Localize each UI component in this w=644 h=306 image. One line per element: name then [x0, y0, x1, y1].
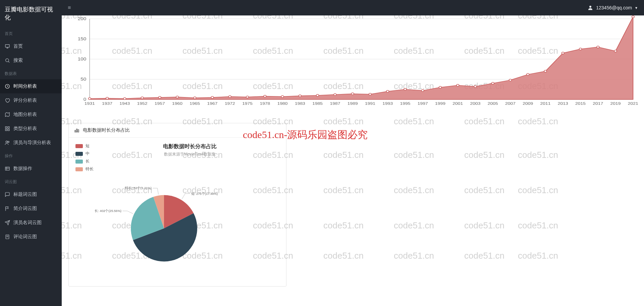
svg-point-51 [386, 90, 389, 92]
svg-rect-100 [78, 130, 79, 132]
sidebar-item-评分分析表[interactable]: 评分分析表 [0, 93, 62, 107]
sidebar-item-label: 搜索 [13, 57, 23, 63]
svg-point-55 [457, 84, 459, 86]
svg-point-45 [281, 96, 284, 98]
svg-text:2007: 2007 [505, 101, 516, 105]
legend-item-短[interactable]: 短 [75, 143, 94, 149]
svg-text:1960: 1960 [172, 101, 182, 105]
pie-label-短: 短: 275个(17.48%) [191, 192, 218, 195]
svg-rect-7 [5, 127, 7, 128]
svg-text:150: 150 [78, 37, 87, 41]
pie-subtitle: 数据来源于MovieTime数据集 [100, 151, 279, 157]
svg-text:1931: 1931 [85, 101, 95, 105]
svg-text:1991: 1991 [365, 101, 375, 105]
sidebar-section-header: 词云图 [0, 176, 62, 187]
svg-text:1983: 1983 [295, 101, 305, 105]
svg-point-59 [527, 74, 529, 76]
svg-text:1965: 1965 [190, 101, 200, 105]
svg-point-3 [6, 59, 9, 62]
hamburger-icon[interactable]: ≡ [68, 5, 71, 11]
sidebar-item-时间分析表[interactable]: 时间分析表 [0, 79, 62, 93]
pie-card-header: 电影数据时长分布占比 [69, 123, 286, 138]
watermark: code51.cn [518, 185, 558, 195]
sidebar-item-label: 地图分析表 [13, 112, 37, 118]
legend-label: 中 [86, 151, 90, 157]
user-menu[interactable]: 123456@qq.com ▼ [587, 5, 638, 11]
watermark: code51.cn [394, 251, 434, 261]
legend-item-长[interactable]: 长 [75, 159, 94, 164]
svg-text:200: 200 [78, 16, 87, 21]
watermark: code51.cn [518, 150, 558, 160]
svg-point-52 [404, 88, 407, 90]
svg-rect-9 [5, 129, 7, 131]
svg-text:1972: 1972 [225, 101, 235, 105]
user-email: 123456@qq.com [596, 5, 632, 10]
svg-text:1995: 1995 [400, 101, 410, 105]
sidebar-item-标题词云图[interactable]: 标题词云图 [0, 187, 62, 202]
pie-card: 电影数据时长分布占比 短中长特长 电影数据时长分布占比 数据来源于MovieTi… [68, 123, 286, 287]
pie-legend: 短中长特长 [75, 143, 94, 276]
svg-point-11 [6, 141, 7, 143]
svg-text:1985: 1985 [312, 101, 323, 105]
svg-text:2005: 2005 [488, 101, 498, 105]
svg-point-12 [8, 141, 9, 142]
svg-point-58 [509, 79, 512, 81]
monitor-icon [5, 44, 10, 49]
svg-text:2015: 2015 [575, 101, 586, 105]
svg-point-49 [351, 93, 354, 95]
svg-rect-13 [5, 167, 9, 170]
svg-text:1957: 1957 [155, 101, 165, 105]
watermark: code51.cn [464, 185, 504, 195]
svg-text:2011: 2011 [540, 101, 551, 105]
sidebar-item-演员名词云图[interactable]: 演员名词云图 [0, 216, 62, 230]
sidebar-item-label: 评论词云图 [13, 234, 37, 240]
watermark: code51.cn [394, 220, 434, 231]
svg-point-57 [491, 82, 494, 84]
svg-text:2001: 2001 [452, 101, 463, 105]
svg-text:1997: 1997 [418, 101, 428, 105]
sidebar-item-简介词云图[interactable]: 简介词云图 [0, 202, 62, 216]
sidebar-item-数据操作[interactable]: 数据操作 [0, 162, 62, 176]
flag-icon [5, 206, 10, 211]
clock-icon [5, 84, 10, 89]
sidebar-item-演员与导演分析表[interactable]: 演员与导演分析表 [0, 136, 62, 150]
svg-text:1980: 1980 [277, 101, 288, 105]
sidebar-item-类型分析表[interactable]: 类型分析表 [0, 122, 62, 136]
sidebar-item-首页[interactable]: 首页 [0, 39, 62, 53]
bar-chart-icon [74, 128, 79, 133]
watermark: code51.cn [464, 150, 504, 160]
send-icon [5, 220, 10, 225]
area-chart: 0501001502001931193719431952195719601965… [68, 15, 637, 110]
legend-label: 长 [86, 159, 90, 164]
legend-swatch [75, 152, 83, 156]
svg-text:2003: 2003 [470, 101, 481, 105]
pie-label-长: 长: 402个(25.56%) [95, 209, 121, 213]
content-scroll[interactable]: code51.cncode51.cncode51.cncode51.cncode… [62, 15, 644, 306]
sidebar-item-label: 数据操作 [13, 166, 32, 172]
watermark: code51.cn [464, 220, 504, 231]
svg-point-36 [123, 98, 126, 100]
pie-title: 电影数据时长分布占比 [100, 143, 279, 150]
legend-item-中[interactable]: 中 [75, 151, 94, 157]
sidebar-section-header: 操作 [0, 150, 62, 162]
sidebar-item-label: 演员与导演分析表 [13, 140, 51, 146]
svg-rect-10 [8, 129, 9, 131]
main-area: ≡ 123456@qq.com ▼ code51.cncode51.cncode… [62, 0, 644, 306]
watermark: code51.cn [518, 251, 558, 261]
svg-rect-0 [5, 45, 9, 47]
svg-point-38 [159, 96, 161, 98]
map-icon [5, 112, 10, 117]
pie-chart: 短: 275个(17.48%)长: 402个(25.56%)特长: 82个(5.… [100, 161, 228, 275]
sidebar-item-label: 时间分析表 [13, 83, 37, 89]
sidebar-item-地图分析表[interactable]: 地图分析表 [0, 107, 62, 122]
svg-point-60 [544, 70, 547, 72]
sidebar-item-搜索[interactable]: 搜索 [0, 53, 62, 68]
legend-label: 特长 [86, 166, 94, 172]
svg-line-4 [8, 61, 9, 62]
svg-text:100: 100 [78, 57, 87, 61]
legend-item-特长[interactable]: 特长 [75, 166, 94, 172]
svg-text:2019: 2019 [610, 101, 621, 105]
sidebar-item-label: 类型分析表 [13, 126, 37, 132]
svg-point-43 [246, 96, 249, 98]
sidebar-item-评论词云图[interactable]: 评论词云图 [0, 230, 62, 244]
